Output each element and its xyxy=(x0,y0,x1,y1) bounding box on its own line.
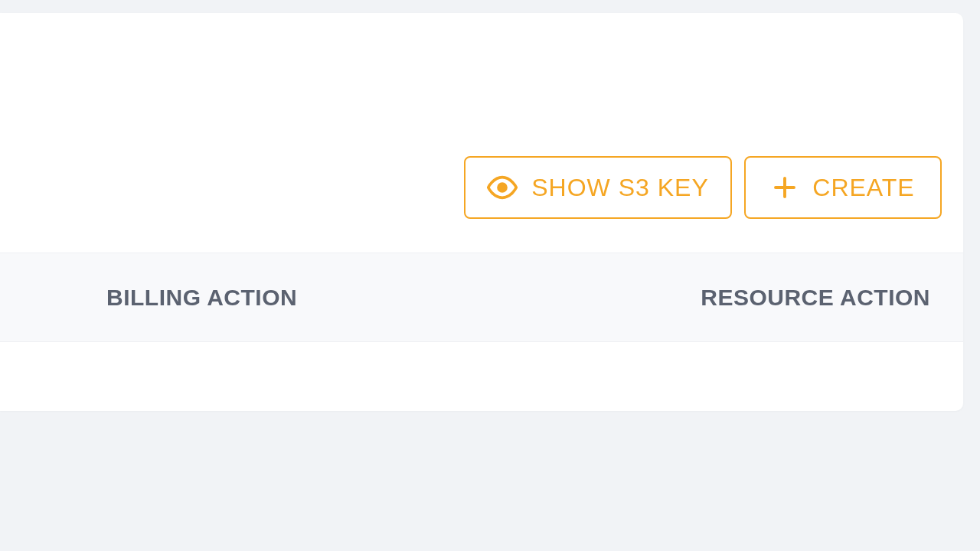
content-card: SHOW S3 KEY CREATE BILLING ACTION RESOUR… xyxy=(0,13,963,411)
show-s3-key-label: SHOW S3 KEY xyxy=(531,174,709,202)
column-header-billing-action: BILLING ACTION xyxy=(106,285,297,311)
table-header-row: BILLING ACTION RESOURCE ACTION xyxy=(0,253,963,342)
toolbar: SHOW S3 KEY CREATE xyxy=(464,156,942,219)
plus-icon xyxy=(771,174,799,201)
create-button[interactable]: CREATE xyxy=(744,156,942,219)
show-s3-key-button[interactable]: SHOW S3 KEY xyxy=(464,156,732,219)
eye-icon xyxy=(487,172,518,203)
create-label: CREATE xyxy=(812,174,914,202)
svg-point-0 xyxy=(498,184,506,191)
column-header-resource-action: RESOURCE ACTION xyxy=(701,285,930,311)
